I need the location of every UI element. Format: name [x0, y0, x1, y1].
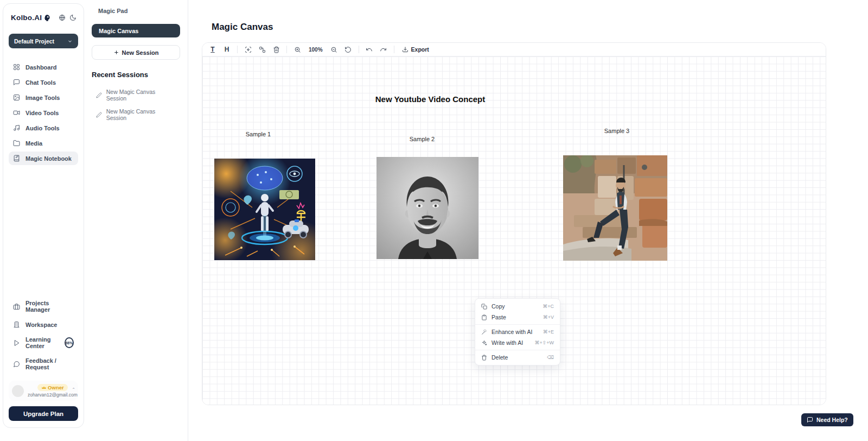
- ai-select-tool-button[interactable]: [242, 44, 254, 55]
- context-menu-shortcut: ⌘+V: [543, 314, 554, 320]
- copy-icon: [481, 304, 487, 310]
- recent-session-item[interactable]: New Magic Canvas Session: [92, 105, 180, 124]
- sidebar-item-audio-tools[interactable]: Audio Tools: [9, 121, 78, 135]
- export-label: Export: [411, 46, 429, 53]
- context-menu-item-enhance-with-ai[interactable]: Enhance with AI ⌘+E: [475, 326, 560, 337]
- canvas-toolbar: T H 100% Export: [202, 43, 826, 56]
- folder-icon: [13, 140, 20, 147]
- user-account-card[interactable]: Owner zoharvan12@gmail.com ⌃: [9, 381, 78, 401]
- dark-mode-moon-icon[interactable]: [69, 14, 76, 21]
- primary-sidebar: Kolbo.AI Default Project Dashboard Chat …: [3, 3, 84, 428]
- logo-row: Kolbo.AI: [9, 14, 78, 22]
- recent-session-label: New Magic Canvas Session: [106, 89, 176, 102]
- context-menu-shortcut: ⌘+⇧+W: [534, 340, 554, 345]
- user-email: zoharvan12@gmail.com: [28, 392, 78, 398]
- recent-session-item[interactable]: New Magic Canvas Session: [92, 85, 180, 105]
- page-title: Magic Canvas: [212, 22, 273, 33]
- tab-magic-canvas[interactable]: Magic Canvas: [92, 24, 180, 37]
- context-menu-label: Delete: [492, 354, 542, 361]
- context-menu-item-paste[interactable]: Paste ⌘+V: [475, 312, 560, 323]
- undo-button[interactable]: [363, 44, 375, 55]
- new-session-label: New Session: [122, 49, 159, 56]
- zoom-in-button[interactable]: [291, 44, 303, 55]
- export-button[interactable]: Export: [399, 46, 432, 53]
- video-camera-icon: [13, 109, 20, 116]
- context-menu-label: Paste: [492, 314, 539, 320]
- sample-3-label[interactable]: Sample 3: [604, 128, 629, 134]
- brand-logo[interactable]: Kolbo.AI: [11, 14, 51, 22]
- sidebar-item-label: Workspace: [25, 322, 58, 328]
- toolbar-divider: [359, 46, 359, 53]
- building-icon: [13, 321, 20, 328]
- project-selector-label: Default Project: [14, 38, 54, 45]
- tab-magic-pad[interactable]: Magic Pad: [92, 8, 180, 14]
- heading-tool-button[interactable]: H: [221, 44, 233, 55]
- sidebar-item-learning-center[interactable]: Learning Center 66%: [9, 333, 78, 352]
- sidebar-item-label: Audio Tools: [25, 125, 60, 131]
- context-menu-item-write-with-ai[interactable]: Write with AI ⌘+⇧+W: [475, 337, 560, 348]
- feedback-bubble-icon: [13, 361, 20, 368]
- sidebar-item-media[interactable]: Media: [9, 136, 78, 150]
- context-menu-divider: [475, 324, 560, 325]
- chat-bubble-icon: [13, 79, 20, 86]
- briefcase-icon: [13, 303, 20, 310]
- brand-text: Kolbo.AI: [11, 14, 42, 22]
- redo-button[interactable]: [378, 44, 390, 55]
- language-globe-icon[interactable]: [59, 14, 66, 21]
- pencil-icon: [96, 92, 102, 98]
- toolbar-divider: [286, 46, 287, 53]
- sample-image-ai-collage[interactable]: [214, 159, 315, 260]
- sidebar-item-video-tools[interactable]: Video Tools: [9, 106, 78, 119]
- notebook-pen-icon: [13, 155, 20, 162]
- zoom-level: 100%: [305, 47, 326, 53]
- delete-tool-button[interactable]: [270, 44, 282, 55]
- sidebar-item-feedback[interactable]: Feedback / Request: [9, 354, 78, 374]
- new-session-button[interactable]: New Session: [92, 45, 180, 60]
- sidebar-item-dashboard[interactable]: Dashboard: [9, 60, 78, 74]
- owner-badge: Owner: [37, 384, 68, 391]
- sample-image-portrait[interactable]: [376, 157, 478, 259]
- sidebar-item-label: Projects Manager: [25, 300, 74, 313]
- context-menu-item-delete[interactable]: Delete ⌫: [475, 352, 560, 363]
- context-menu-item-copy[interactable]: Copy ⌘+C: [475, 301, 560, 312]
- context-menu-shortcut: ⌘+E: [543, 329, 554, 335]
- board-title[interactable]: New Youtube Video Concept: [375, 94, 486, 104]
- context-menu-divider: [475, 350, 560, 350]
- sidebar-item-label: Video Tools: [25, 110, 59, 116]
- toolbar-divider: [237, 46, 238, 53]
- reset-view-button[interactable]: [342, 44, 354, 55]
- toolbar-divider: [394, 46, 394, 53]
- sidebar-item-image-tools[interactable]: Image Tools: [9, 91, 78, 104]
- sidebar-item-projects-manager[interactable]: Projects Manager: [9, 297, 78, 316]
- learning-progress-badge: 66%: [65, 337, 74, 348]
- recent-sessions-heading: Recent Sessions: [92, 71, 180, 79]
- sidebar-item-chat-tools[interactable]: Chat Tools: [9, 75, 78, 89]
- context-menu-shortcut: ⌫: [547, 355, 554, 360]
- crown-icon: [41, 385, 47, 390]
- context-menu-label: Write with AI: [492, 339, 530, 346]
- need-help-button[interactable]: Need Help?: [801, 413, 853, 426]
- sidebar-item-magic-notebook[interactable]: Magic Notebook: [9, 152, 78, 165]
- context-menu-label: Enhance with AI: [492, 329, 539, 335]
- project-selector[interactable]: Default Project: [9, 34, 78, 48]
- context-menu-shortcut: ⌘+C: [542, 304, 554, 309]
- context-menu-label: Copy: [492, 303, 538, 310]
- zoom-out-button[interactable]: [328, 44, 340, 55]
- sidebar-item-label: Learning Center: [25, 336, 59, 349]
- sample-image-ruins[interactable]: [563, 155, 667, 261]
- download-icon: [402, 46, 409, 53]
- canvas-board[interactable]: New Youtube Video Concept Sample 1 Sampl…: [202, 56, 826, 405]
- upgrade-plan-button[interactable]: Upgrade Plan: [9, 406, 78, 421]
- pencil-icon: [96, 112, 102, 118]
- clipboard-icon: [481, 314, 487, 320]
- text-tool-button[interactable]: T: [207, 44, 219, 55]
- image-icon: [13, 94, 20, 101]
- plus-icon: [113, 49, 119, 55]
- sample-1-label[interactable]: Sample 1: [246, 131, 271, 137]
- connector-tool-button[interactable]: [256, 44, 268, 55]
- sample-2-label[interactable]: Sample 2: [410, 136, 435, 142]
- chevron-expand-icon: ⌃: [72, 387, 75, 392]
- chevron-down-icon: [67, 39, 73, 44]
- sidebar-item-workspace[interactable]: Workspace: [9, 318, 78, 331]
- magic-wand-icon: [481, 329, 487, 335]
